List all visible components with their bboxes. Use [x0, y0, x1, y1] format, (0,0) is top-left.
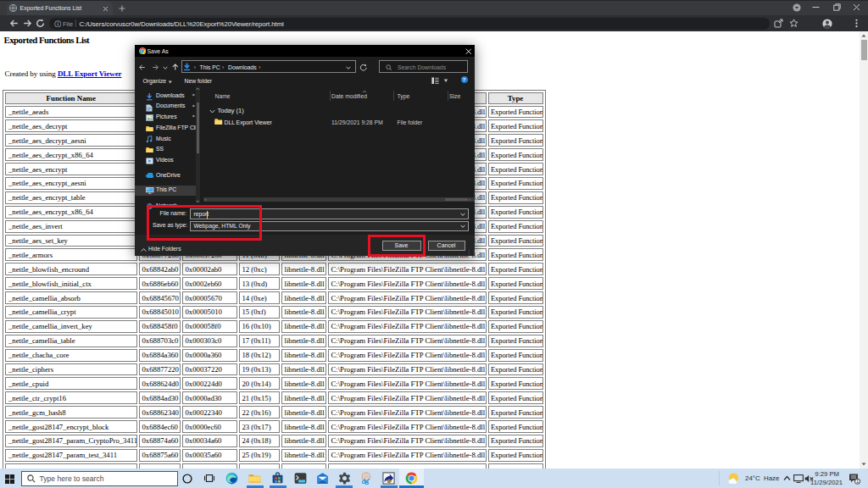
svg-text:1: 1 [856, 479, 859, 484]
